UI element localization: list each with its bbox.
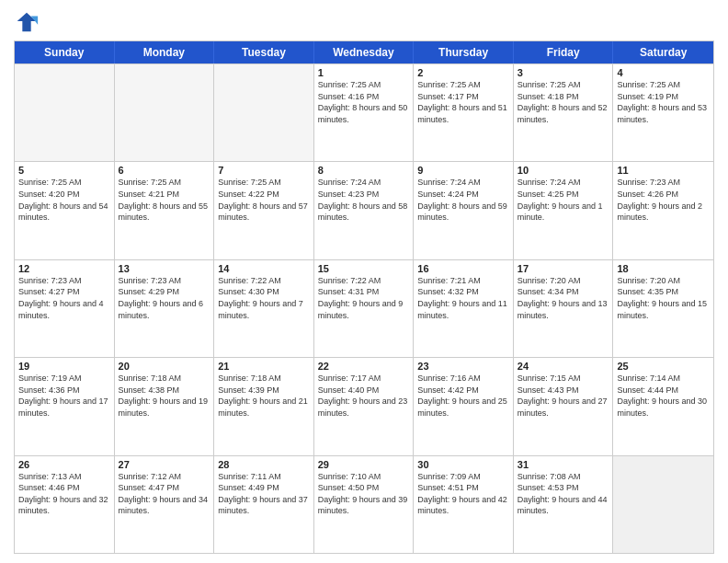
day-number: 10: [518, 165, 609, 176]
day-info: Sunrise: 7:14 AM Sunset: 4:44 PM Dayligh…: [617, 373, 710, 419]
day-number: 26: [18, 459, 110, 470]
day-number: 25: [617, 361, 710, 372]
calendar-cell: 7Sunrise: 7:25 AM Sunset: 4:22 PM Daylig…: [214, 162, 314, 259]
day-number: 16: [417, 263, 509, 274]
day-info: Sunrise: 7:08 AM Sunset: 4:53 PM Dayligh…: [518, 471, 609, 517]
calendar-header-day: Tuesday: [214, 41, 314, 63]
logo: [14, 9, 43, 35]
calendar-cell: 27Sunrise: 7:12 AM Sunset: 4:47 PM Dayli…: [115, 456, 215, 553]
calendar-header-day: Thursday: [414, 41, 514, 63]
calendar-header-day: Saturday: [613, 41, 713, 63]
day-info: Sunrise: 7:13 AM Sunset: 4:46 PM Dayligh…: [18, 471, 110, 517]
calendar-cell: 9Sunrise: 7:24 AM Sunset: 4:24 PM Daylig…: [414, 162, 514, 259]
day-number: 20: [119, 361, 210, 372]
calendar-cell: 26Sunrise: 7:13 AM Sunset: 4:46 PM Dayli…: [15, 456, 115, 553]
day-number: 18: [617, 263, 710, 274]
calendar-cell: 8Sunrise: 7:24 AM Sunset: 4:23 PM Daylig…: [314, 162, 415, 259]
calendar-cell: 30Sunrise: 7:09 AM Sunset: 4:51 PM Dayli…: [414, 456, 514, 553]
calendar-cell: 1Sunrise: 7:25 AM Sunset: 4:16 PM Daylig…: [314, 64, 415, 161]
day-number: 6: [119, 165, 210, 176]
calendar-header-day: Sunday: [15, 41, 115, 63]
day-info: Sunrise: 7:23 AM Sunset: 4:26 PM Dayligh…: [617, 177, 710, 223]
calendar-cell: 4Sunrise: 7:25 AM Sunset: 4:19 PM Daylig…: [613, 64, 713, 161]
calendar-cell: 19Sunrise: 7:19 AM Sunset: 4:36 PM Dayli…: [15, 358, 115, 454]
day-number: 17: [518, 263, 609, 274]
calendar-cell: 29Sunrise: 7:10 AM Sunset: 4:50 PM Dayli…: [314, 456, 415, 553]
calendar-cell: 5Sunrise: 7:25 AM Sunset: 4:20 PM Daylig…: [15, 162, 115, 259]
calendar-cell: 16Sunrise: 7:21 AM Sunset: 4:32 PM Dayli…: [414, 260, 514, 357]
day-info: Sunrise: 7:25 AM Sunset: 4:16 PM Dayligh…: [318, 79, 410, 125]
calendar-row: 5Sunrise: 7:25 AM Sunset: 4:20 PM Daylig…: [15, 161, 713, 259]
day-number: 4: [617, 67, 710, 78]
day-number: 11: [617, 165, 710, 176]
day-info: Sunrise: 7:11 AM Sunset: 4:49 PM Dayligh…: [218, 471, 310, 517]
day-number: 21: [218, 361, 310, 372]
day-info: Sunrise: 7:18 AM Sunset: 4:38 PM Dayligh…: [119, 373, 210, 419]
day-number: 29: [318, 459, 410, 470]
calendar-cell: [15, 64, 115, 161]
calendar-cell: 21Sunrise: 7:18 AM Sunset: 4:39 PM Dayli…: [214, 358, 314, 454]
day-info: Sunrise: 7:17 AM Sunset: 4:40 PM Dayligh…: [318, 373, 410, 419]
calendar-row: 19Sunrise: 7:19 AM Sunset: 4:36 PM Dayli…: [15, 357, 713, 454]
day-number: 23: [417, 361, 509, 372]
calendar-body: 1Sunrise: 7:25 AM Sunset: 4:16 PM Daylig…: [15, 63, 713, 553]
day-number: 5: [18, 165, 110, 176]
day-info: Sunrise: 7:25 AM Sunset: 4:19 PM Dayligh…: [617, 79, 710, 125]
calendar-cell: 14Sunrise: 7:22 AM Sunset: 4:30 PM Dayli…: [214, 260, 314, 357]
calendar-cell: 31Sunrise: 7:08 AM Sunset: 4:53 PM Dayli…: [514, 456, 614, 553]
day-info: Sunrise: 7:19 AM Sunset: 4:36 PM Dayligh…: [18, 373, 110, 419]
day-number: 28: [218, 459, 310, 470]
calendar-cell: 10Sunrise: 7:24 AM Sunset: 4:25 PM Dayli…: [514, 162, 614, 259]
day-number: 1: [318, 67, 410, 78]
day-info: Sunrise: 7:23 AM Sunset: 4:27 PM Dayligh…: [18, 275, 110, 321]
calendar-header-day: Friday: [514, 41, 614, 63]
calendar-cell: 22Sunrise: 7:17 AM Sunset: 4:40 PM Dayli…: [314, 358, 415, 454]
calendar-cell: 2Sunrise: 7:25 AM Sunset: 4:17 PM Daylig…: [414, 64, 514, 161]
day-info: Sunrise: 7:24 AM Sunset: 4:23 PM Dayligh…: [318, 177, 410, 223]
calendar-cell: 18Sunrise: 7:20 AM Sunset: 4:35 PM Dayli…: [613, 260, 713, 357]
calendar-cell: [115, 64, 215, 161]
day-info: Sunrise: 7:20 AM Sunset: 4:35 PM Dayligh…: [617, 275, 710, 321]
calendar-cell: 15Sunrise: 7:22 AM Sunset: 4:31 PM Dayli…: [314, 260, 415, 357]
calendar-row: 1Sunrise: 7:25 AM Sunset: 4:16 PM Daylig…: [15, 63, 713, 161]
calendar-header-day: Monday: [115, 41, 215, 63]
day-info: Sunrise: 7:20 AM Sunset: 4:34 PM Dayligh…: [518, 275, 609, 321]
day-number: 14: [218, 263, 310, 274]
calendar-row: 12Sunrise: 7:23 AM Sunset: 4:27 PM Dayli…: [15, 259, 713, 357]
calendar-header-day: Wednesday: [314, 41, 415, 63]
calendar-cell: [214, 64, 314, 161]
calendar: SundayMondayTuesdayWednesdayThursdayFrid…: [14, 40, 714, 554]
day-number: 24: [518, 361, 609, 372]
day-info: Sunrise: 7:22 AM Sunset: 4:31 PM Dayligh…: [318, 275, 410, 321]
calendar-cell: [613, 456, 713, 553]
calendar-row: 26Sunrise: 7:13 AM Sunset: 4:46 PM Dayli…: [15, 455, 713, 553]
calendar-cell: 25Sunrise: 7:14 AM Sunset: 4:44 PM Dayli…: [613, 358, 713, 454]
day-number: 31: [518, 459, 609, 470]
day-info: Sunrise: 7:25 AM Sunset: 4:22 PM Dayligh…: [218, 177, 310, 223]
day-number: 27: [119, 459, 210, 470]
day-info: Sunrise: 7:24 AM Sunset: 4:25 PM Dayligh…: [518, 177, 609, 223]
day-number: 3: [518, 67, 609, 78]
day-info: Sunrise: 7:25 AM Sunset: 4:21 PM Dayligh…: [119, 177, 210, 223]
day-info: Sunrise: 7:23 AM Sunset: 4:29 PM Dayligh…: [119, 275, 210, 321]
calendar-cell: 28Sunrise: 7:11 AM Sunset: 4:49 PM Dayli…: [214, 456, 314, 553]
calendar-cell: 12Sunrise: 7:23 AM Sunset: 4:27 PM Dayli…: [15, 260, 115, 357]
calendar-cell: 3Sunrise: 7:25 AM Sunset: 4:18 PM Daylig…: [514, 64, 614, 161]
day-info: Sunrise: 7:25 AM Sunset: 4:18 PM Dayligh…: [518, 79, 609, 125]
calendar-cell: 6Sunrise: 7:25 AM Sunset: 4:21 PM Daylig…: [115, 162, 215, 259]
day-number: 15: [318, 263, 410, 274]
day-info: Sunrise: 7:25 AM Sunset: 4:20 PM Dayligh…: [18, 177, 110, 223]
day-info: Sunrise: 7:09 AM Sunset: 4:51 PM Dayligh…: [417, 471, 509, 517]
day-info: Sunrise: 7:22 AM Sunset: 4:30 PM Dayligh…: [218, 275, 310, 321]
day-info: Sunrise: 7:15 AM Sunset: 4:43 PM Dayligh…: [518, 373, 609, 419]
day-number: 12: [18, 263, 110, 274]
day-info: Sunrise: 7:21 AM Sunset: 4:32 PM Dayligh…: [417, 275, 509, 321]
logo-icon: [14, 9, 40, 35]
calendar-cell: 13Sunrise: 7:23 AM Sunset: 4:29 PM Dayli…: [115, 260, 215, 357]
day-info: Sunrise: 7:18 AM Sunset: 4:39 PM Dayligh…: [218, 373, 310, 419]
day-number: 30: [417, 459, 509, 470]
calendar-cell: 11Sunrise: 7:23 AM Sunset: 4:26 PM Dayli…: [613, 162, 713, 259]
day-info: Sunrise: 7:12 AM Sunset: 4:47 PM Dayligh…: [119, 471, 210, 517]
day-number: 19: [18, 361, 110, 372]
calendar-cell: 17Sunrise: 7:20 AM Sunset: 4:34 PM Dayli…: [514, 260, 614, 357]
